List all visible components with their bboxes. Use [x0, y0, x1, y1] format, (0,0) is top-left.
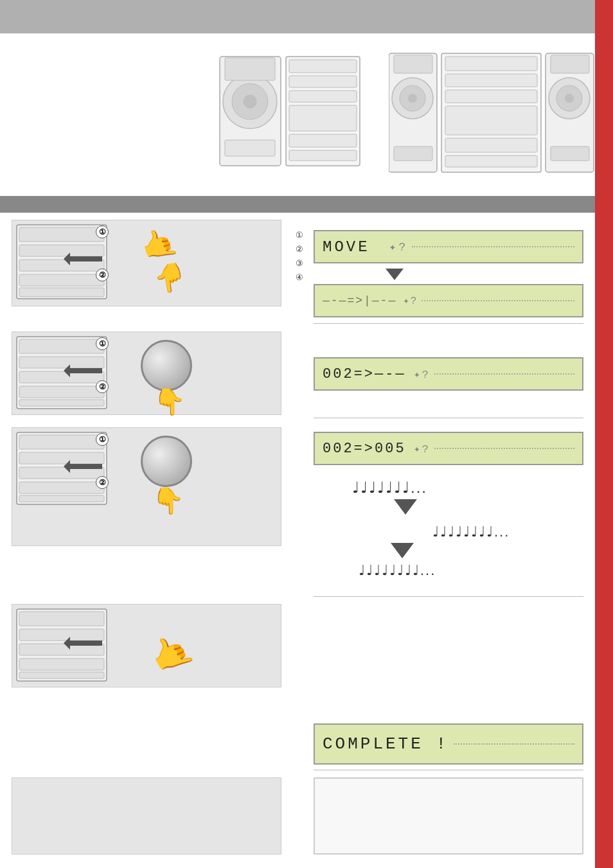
step2-num1: ①	[96, 337, 109, 350]
svg-rect-34	[19, 245, 104, 256]
lcd-dotted2	[422, 300, 574, 301]
svg-rect-57	[19, 659, 104, 670]
svg-rect-31	[551, 146, 589, 161]
step1-num2: ②	[96, 269, 109, 281]
music-arrow-down2	[391, 543, 414, 558]
svg-rect-4	[225, 58, 275, 80]
svg-rect-54	[19, 612, 104, 626]
step4-lcd-complete: COMPLETE !	[314, 723, 583, 765]
lcd-sparkle1: ✦?	[389, 240, 409, 254]
step3-lcd: 002=>005 ✦?	[314, 432, 583, 465]
step3-num2: ②	[96, 476, 109, 489]
step4-left-panel: 🤙	[12, 604, 281, 687]
music-row1: ♩♩♩♩♩♩♩...	[352, 479, 427, 497]
right-stereo-svg	[389, 44, 594, 179]
music-row3: ♩♩♩♩♩♩♩♩...	[359, 562, 436, 579]
step3-sparkle: ✦?	[414, 442, 431, 456]
svg-rect-58	[19, 672, 104, 678]
step1-left-panel: ① ② 🤙 👇	[12, 220, 281, 306]
svg-rect-51	[19, 495, 104, 502]
lcd-sparkle2: ✦?	[403, 294, 418, 307]
step1-hand2: 👇	[151, 260, 190, 296]
svg-rect-11	[289, 134, 357, 147]
svg-point-3	[244, 95, 256, 108]
svg-rect-21	[445, 74, 537, 87]
divider1	[314, 323, 583, 324]
step2-num2: ②	[96, 380, 109, 393]
svg-rect-48	[19, 452, 104, 464]
top-bar	[0, 0, 613, 33]
svg-rect-55	[19, 629, 104, 641]
step1-arrow-down	[386, 269, 404, 280]
music-row2: ♩♩♩♩♩♩♩♩...	[432, 524, 510, 540]
svg-rect-10	[289, 105, 357, 131]
step2-knob	[141, 340, 192, 391]
step3-left-panel: ① ② 👇	[12, 427, 281, 546]
svg-rect-43	[19, 386, 104, 398]
svg-rect-50	[19, 482, 104, 493]
complete-dotted	[454, 743, 574, 745]
svg-rect-25	[445, 155, 537, 167]
step1-hand1: 🤙	[136, 222, 182, 266]
svg-rect-20	[445, 57, 537, 71]
step1-num1: ①	[96, 226, 109, 238]
svg-point-29	[565, 94, 574, 103]
step2-left-panel: ① ② |||| 👇	[12, 332, 281, 415]
svg-rect-36	[19, 274, 104, 286]
svg-rect-8	[289, 76, 357, 87]
svg-rect-47	[19, 435, 104, 449]
step2-lcd: 002=>—-— ✦?	[314, 357, 583, 391]
divider3	[314, 596, 583, 597]
step5-right-box	[314, 777, 583, 855]
svg-rect-7	[289, 60, 357, 73]
svg-rect-24	[445, 138, 537, 152]
music-arrow-down	[394, 499, 417, 515]
svg-rect-37	[19, 288, 104, 297]
left-stereo-svg	[218, 44, 386, 179]
section-header-bar	[0, 196, 595, 213]
step3-num1: ①	[96, 433, 109, 446]
svg-rect-17	[394, 55, 432, 73]
step1-lcd-scroll: —-—=>|—-— ✦?	[314, 284, 583, 317]
step2-sparkle: ✦?	[414, 368, 431, 381]
svg-rect-44	[19, 400, 104, 406]
music-notes-area: ♩♩♩♩♩♩♩... 🧙 ♩♩♩♩♩♩♩♩... ♩♩♩♩♩♩♩♩...	[314, 472, 583, 594]
step5-area	[12, 777, 281, 855]
svg-rect-18	[394, 146, 432, 161]
svg-rect-12	[289, 150, 357, 161]
divider4	[314, 770, 583, 770]
product-illustration-area	[218, 44, 598, 185]
step4-hand: 🤙	[143, 626, 199, 680]
svg-rect-41	[19, 357, 104, 368]
svg-rect-33	[19, 227, 104, 242]
svg-point-16	[408, 94, 417, 103]
step2-hand: 👇	[154, 387, 186, 417]
svg-rect-23	[445, 106, 537, 135]
svg-rect-22	[445, 90, 537, 103]
divider2	[314, 418, 583, 418]
step4-device-svg	[15, 608, 112, 685]
step1-num-list: ① ② ③ ④	[296, 228, 303, 285]
step3-knob	[141, 436, 192, 487]
step2-dotted	[434, 373, 574, 375]
svg-rect-5	[225, 140, 275, 156]
svg-rect-40	[19, 339, 104, 353]
svg-rect-30	[551, 55, 589, 73]
svg-rect-9	[289, 91, 357, 102]
step3-dotted	[434, 448, 574, 449]
step3-hand: 👇	[152, 486, 184, 516]
step1-lcd-move: MOVE ✦?	[314, 230, 583, 263]
lcd-dotted1	[412, 246, 574, 247]
right-accent-bar	[595, 0, 613, 868]
